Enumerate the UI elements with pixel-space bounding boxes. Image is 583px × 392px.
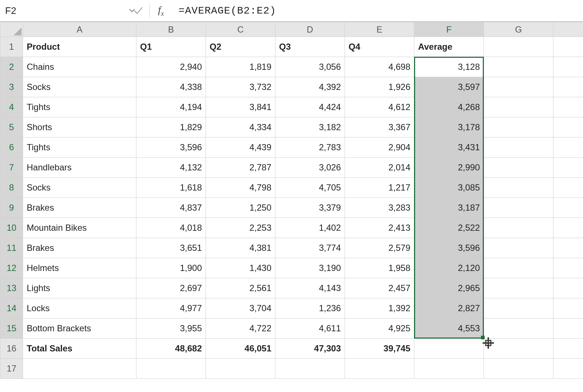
cell[interactable]: 3,367 xyxy=(345,117,414,137)
cell[interactable]: 3,085 xyxy=(414,178,484,198)
cell[interactable]: 4,268 xyxy=(414,97,484,117)
cell[interactable]: 4,553 xyxy=(414,318,484,339)
cell[interactable]: 1,402 xyxy=(275,218,345,238)
cell[interactable] xyxy=(484,258,553,278)
cell[interactable]: 4,194 xyxy=(136,97,206,117)
cell[interactable] xyxy=(484,77,553,97)
cell[interactable]: 3,774 xyxy=(275,238,345,258)
cell[interactable]: 2,579 xyxy=(345,238,414,258)
cell[interactable] xyxy=(484,278,553,298)
cell[interactable]: 3,732 xyxy=(206,77,275,97)
cell[interactable]: Total Sales xyxy=(23,339,136,359)
cell[interactable]: 4,392 xyxy=(275,77,345,97)
cell[interactable]: Handlebars xyxy=(23,158,136,178)
name-box[interactable] xyxy=(0,0,129,21)
cell[interactable] xyxy=(275,359,345,379)
cell[interactable]: 1,819 xyxy=(206,57,275,77)
cell[interactable]: 2,787 xyxy=(206,158,275,178)
cell[interactable]: Brakes xyxy=(23,198,136,218)
cell[interactable]: 3,178 xyxy=(414,117,484,137)
cell[interactable]: Locks xyxy=(23,298,136,318)
col-header-C[interactable]: C xyxy=(206,22,275,37)
row-header[interactable]: 7 xyxy=(0,158,23,178)
cell[interactable] xyxy=(136,359,206,379)
cell[interactable] xyxy=(553,178,583,198)
cell[interactable]: 1,958 xyxy=(345,258,414,278)
cell[interactable] xyxy=(484,137,553,158)
cell[interactable]: 1,829 xyxy=(136,117,206,137)
col-header-D[interactable]: D xyxy=(275,22,345,37)
cell[interactable]: 2,014 xyxy=(345,158,414,178)
cell[interactable]: 2,990 xyxy=(414,158,484,178)
cell[interactable]: Q4 xyxy=(345,37,414,57)
cell[interactable]: 47,303 xyxy=(275,339,345,359)
cell[interactable]: 4,798 xyxy=(206,178,275,198)
cell[interactable] xyxy=(553,298,583,318)
cell[interactable] xyxy=(484,339,553,359)
cell[interactable]: 3,187 xyxy=(414,198,484,218)
cell[interactable] xyxy=(414,339,484,359)
cell[interactable]: Q1 xyxy=(136,37,206,57)
cell[interactable] xyxy=(553,57,583,77)
cell[interactable] xyxy=(484,57,553,77)
cell[interactable]: 4,611 xyxy=(275,318,345,339)
cell[interactable]: 4,722 xyxy=(206,318,275,339)
cell[interactable] xyxy=(553,77,583,97)
cell[interactable] xyxy=(484,158,553,178)
cell[interactable]: 3,283 xyxy=(345,198,414,218)
cell[interactable]: 3,596 xyxy=(414,238,484,258)
cell[interactable]: 1,900 xyxy=(136,258,206,278)
cell[interactable]: 1,217 xyxy=(345,178,414,198)
row-header[interactable]: 11 xyxy=(0,238,23,258)
row-header[interactable]: 9 xyxy=(0,198,23,218)
select-all-corner[interactable] xyxy=(0,22,23,37)
row-header[interactable]: 4 xyxy=(0,97,23,117)
cell[interactable]: Shorts xyxy=(23,117,136,137)
cell[interactable] xyxy=(484,37,553,57)
worksheet[interactable]: A B C D E F G H 1 Product Q1 Q2 Q3 Q4 Av… xyxy=(0,22,583,379)
cell[interactable] xyxy=(484,298,553,318)
cell[interactable]: Socks xyxy=(23,178,136,198)
cell[interactable]: 3,596 xyxy=(136,137,206,158)
cell[interactable] xyxy=(206,359,275,379)
col-header-H[interactable]: H xyxy=(553,22,583,37)
row-header[interactable]: 6 xyxy=(0,137,23,158)
row-header[interactable]: 2 xyxy=(0,57,23,77)
row-header[interactable]: 3 xyxy=(0,77,23,97)
col-header-E[interactable]: E xyxy=(345,22,414,37)
cell[interactable]: 3,841 xyxy=(206,97,275,117)
cell[interactable] xyxy=(553,318,583,339)
cell[interactable] xyxy=(484,318,553,339)
cell[interactable]: 3,182 xyxy=(275,117,345,137)
row-header[interactable]: 8 xyxy=(0,178,23,198)
cell[interactable]: 1,926 xyxy=(345,77,414,97)
cell[interactable]: 4,925 xyxy=(345,318,414,339)
row-header[interactable]: 14 xyxy=(0,298,23,318)
cell[interactable]: Lights xyxy=(23,278,136,298)
cell[interactable]: 4,837 xyxy=(136,198,206,218)
cell[interactable]: 3,056 xyxy=(275,57,345,77)
cell[interactable]: 4,381 xyxy=(206,238,275,258)
cell[interactable]: 2,783 xyxy=(275,137,345,158)
cell[interactable] xyxy=(553,278,583,298)
cell[interactable]: 3,026 xyxy=(275,158,345,178)
cell[interactable] xyxy=(484,238,553,258)
cell[interactable] xyxy=(484,218,553,238)
cell[interactable]: 2,561 xyxy=(206,278,275,298)
cell[interactable]: 2,120 xyxy=(414,258,484,278)
cell[interactable] xyxy=(484,178,553,198)
cell[interactable]: 4,977 xyxy=(136,298,206,318)
col-header-A[interactable]: A xyxy=(23,22,136,37)
col-header-F[interactable]: F xyxy=(414,22,484,37)
cell[interactable]: 39,745 xyxy=(345,339,414,359)
cell[interactable]: 4,698 xyxy=(345,57,414,77)
cell[interactable]: 46,051 xyxy=(206,339,275,359)
row-header[interactable]: 13 xyxy=(0,278,23,298)
cell[interactable]: 1,250 xyxy=(206,198,275,218)
cell[interactable]: 4,439 xyxy=(206,137,275,158)
cell[interactable] xyxy=(484,97,553,117)
cell[interactable] xyxy=(484,359,553,379)
cell[interactable]: 2,253 xyxy=(206,218,275,238)
cell[interactable]: 2,940 xyxy=(136,57,206,77)
row-header[interactable]: 15 xyxy=(0,318,23,339)
